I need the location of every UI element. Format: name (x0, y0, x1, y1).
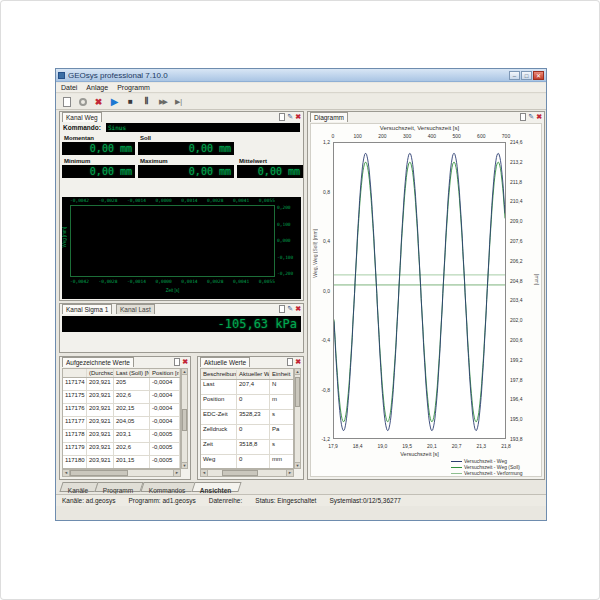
axis-tick-label: 213,2 (510, 159, 532, 165)
scroll-left-arrow[interactable]: ◄ (63, 470, 70, 476)
scroll-up-arrow[interactable]: ▲ (182, 369, 187, 375)
menu-item-programm[interactable]: Programm (117, 84, 150, 91)
circle-glyph (79, 98, 87, 106)
horizontal-scrollbar[interactable]: ◄ ► (62, 469, 181, 477)
momentan-label: Momentan (64, 135, 94, 141)
scope-x-tick: -0,0028 (99, 279, 118, 284)
mittelwert-display: 0,00 mm (237, 165, 303, 178)
table-cell: N (270, 380, 294, 394)
minimize-button[interactable]: – (509, 71, 520, 80)
close-button[interactable]: ✕ (533, 71, 544, 80)
app-icon (58, 72, 65, 79)
detach-panel-icon[interactable] (279, 113, 285, 121)
scope-x-tick: 0,0055 (259, 198, 275, 203)
table-row[interactable]: 117178203,921203,1-0,0005 (63, 430, 180, 443)
table-row[interactable]: 117177203,921204,05-0,0004 (63, 417, 180, 430)
refresh-icon[interactable] (76, 95, 89, 108)
table-row[interactable]: Zelldruck0Pa (201, 425, 293, 440)
scroll-right-arrow[interactable]: ► (173, 470, 180, 476)
table-row[interactable]: Last207,4N (201, 380, 293, 395)
detach-panel-icon[interactable] (174, 358, 180, 366)
tab-kanal-last[interactable]: Kanal Last (116, 304, 155, 314)
delete-icon[interactable]: ✖ (92, 95, 105, 108)
fast-forward-icon[interactable]: ▶▶ (156, 95, 169, 108)
column-header[interactable]: (Durchschnitt) (87, 369, 114, 377)
tab-aufgezeichnete-werte[interactable]: Aufgezeichnete Werte (62, 357, 134, 367)
table-row[interactable]: Zeit3518,8s (201, 440, 293, 455)
close-panel-icon[interactable]: ✖ (295, 358, 301, 366)
table-row[interactable]: EDC-Zeit3528,23s (201, 410, 293, 425)
pause-icon[interactable]: Ⅱ (140, 95, 153, 108)
table-row[interactable]: 117176203,921202,15-0,0004 (63, 404, 180, 417)
scroll-right-arrow[interactable]: ► (286, 470, 293, 476)
recorded-values-table: (Durchschnitt)Last (Soll) [N]Position [m… (62, 368, 181, 469)
table-row[interactable]: 117179203,921202,6-0,0005 (63, 443, 180, 456)
maximize-button[interactable]: □ (521, 71, 532, 80)
scrollbar-thumb[interactable] (295, 377, 300, 407)
start-test-icon[interactable]: ▶ (108, 95, 121, 108)
tab-aktuelle-werte[interactable]: Aktuelle Werte (200, 357, 250, 367)
axis-tick-label: 21,8 (497, 443, 515, 449)
close-panel-icon[interactable]: ✖ (182, 358, 188, 366)
menu-item-datei[interactable]: Datei (61, 84, 77, 91)
chart-left-axis-label: Weg, Weg (Soll) [mm] (312, 229, 318, 278)
close-panel-icon[interactable]: ✖ (536, 113, 542, 121)
view-tab[interactable]: Programm (95, 482, 145, 492)
title-bar[interactable]: GEOsys professional 7.10.0 – □ ✕ (56, 69, 546, 82)
column-header[interactable]: Aktueller Wert (237, 370, 270, 379)
view-tab[interactable]: Kanäle (59, 482, 98, 492)
column-header[interactable]: Beschreibung (201, 370, 237, 379)
chart-right-axis-label: [mm] (534, 274, 540, 285)
table-row[interactable]: 117180203,921201,15-0,0005 (63, 456, 180, 469)
diagram-chart-area: Versuchszeit, Versuchszeit [s] Versuchsz… (310, 123, 542, 477)
scroll-up-arrow[interactable]: ▲ (295, 369, 300, 375)
scroll-down-arrow[interactable]: ▼ (295, 462, 300, 468)
view-tab[interactable]: Kommandos (140, 482, 196, 492)
column-header[interactable] (63, 369, 87, 377)
menu-item-anlage[interactable]: Anlage (86, 84, 108, 91)
edit-icon[interactable]: ✎ (528, 113, 534, 121)
close-panel-icon[interactable]: ✖ (295, 113, 301, 121)
tab-kanal-weg[interactable]: Kanal Weg (62, 112, 102, 122)
view-tab-strip: KanäleProgrammKommandosAnsichten (62, 482, 241, 492)
close-panel-icon[interactable]: ✖ (295, 305, 301, 313)
axis-tick-label: 19,5 (398, 443, 416, 449)
recorded-values-panel: Aufgezeichnete Werte ✖ (Durchschnitt)Las… (59, 356, 191, 480)
scroll-track[interactable] (128, 470, 173, 476)
column-header[interactable]: Position [mm] (150, 369, 180, 377)
tab-kanal-sigma-1[interactable]: Kanal Sigma 1 (62, 304, 112, 314)
table-row[interactable]: Weg0mm (201, 455, 293, 469)
scroll-left-arrow[interactable]: ◄ (201, 470, 208, 476)
table-row[interactable]: 117174203,921205-0,0004 (63, 378, 180, 391)
detach-panel-icon[interactable] (287, 358, 293, 366)
column-header[interactable]: Einheit (270, 370, 294, 379)
panel-toolbar: ✎ ✖ (279, 113, 301, 121)
scroll-track[interactable] (258, 470, 286, 476)
table-cell: Zeit (201, 440, 237, 454)
weg-oscilloscope: -0,0042-0,0028-0,00140,00000,00140,00280… (62, 197, 301, 299)
table-row[interactable]: Position0m (201, 395, 293, 410)
scrollbar-thumb[interactable] (70, 470, 128, 476)
vertical-scrollbar[interactable]: ▲ ▼ (181, 368, 188, 469)
edit-icon[interactable]: ✎ (287, 113, 293, 121)
skip-to-end-icon[interactable]: ▶| (172, 95, 185, 108)
scroll-down-arrow[interactable]: ▼ (182, 462, 187, 468)
horizontal-scrollbar[interactable]: ◄ ► (200, 469, 294, 477)
stop-icon[interactable]: ■ (124, 95, 137, 108)
detach-panel-icon[interactable] (520, 113, 526, 121)
detach-panel-icon[interactable] (279, 305, 285, 313)
edit-icon[interactable]: ✎ (287, 305, 293, 313)
scrollbar-thumb[interactable] (222, 470, 258, 476)
scrollbar-thumb[interactable] (182, 409, 187, 431)
tab-diagramm[interactable]: Diagramm (310, 112, 348, 122)
scope-x-tick: -0,0042 (70, 279, 89, 284)
scope-y-tick: -0,100 (277, 255, 293, 260)
vertical-scrollbar[interactable]: ▲ ▼ (294, 368, 301, 469)
new-document-icon[interactable] (60, 95, 73, 108)
scroll-track[interactable] (208, 470, 222, 476)
table-row[interactable]: 117175203,921202,6-0,0004 (63, 391, 180, 404)
column-header[interactable]: Last (Soll) [N] (114, 369, 150, 377)
view-tab[interactable]: Ansichten (191, 482, 242, 492)
panel-toolbar: ✖ (287, 358, 301, 366)
table-cell: 203,921 (87, 456, 114, 468)
